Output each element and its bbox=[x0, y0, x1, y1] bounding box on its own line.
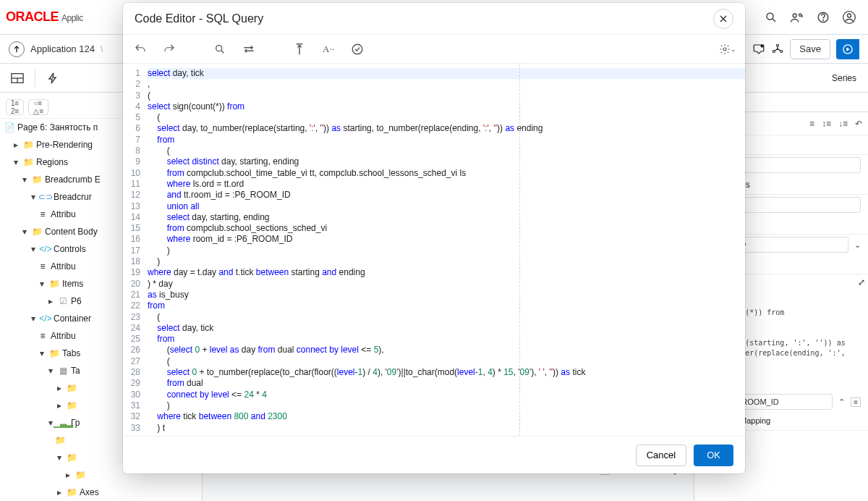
svg-point-22 bbox=[352, 44, 362, 54]
validate-icon[interactable] bbox=[349, 41, 366, 58]
help-icon[interactable] bbox=[810, 4, 836, 30]
share-icon[interactable] bbox=[771, 43, 784, 56]
format-icon[interactable]: A·· bbox=[320, 41, 337, 58]
run-button[interactable] bbox=[836, 39, 859, 59]
svg-point-10 bbox=[777, 44, 779, 46]
dynamic-actions-icon[interactable] bbox=[41, 67, 64, 90]
svg-line-20 bbox=[221, 51, 224, 53]
svg-point-19 bbox=[216, 45, 222, 51]
svg-point-5 bbox=[823, 20, 824, 20]
svg-point-7 bbox=[848, 14, 851, 17]
up-nav-icon[interactable] bbox=[9, 41, 25, 57]
list-button[interactable]: ≡ bbox=[851, 397, 861, 407]
tree-axes[interactable]: ▸📁Axes bbox=[0, 484, 202, 501]
ok-button[interactable]: OK bbox=[694, 445, 733, 466]
svg-point-2 bbox=[793, 14, 796, 17]
breadcrumb: Application 124 bbox=[30, 43, 95, 54]
redo-icon[interactable] bbox=[161, 41, 178, 58]
svg-point-0 bbox=[767, 13, 773, 20]
autocomplete-icon[interactable] bbox=[291, 41, 308, 58]
code-editor-modal: Code Editor - SQL Query A·· ⌄ 1234567891… bbox=[123, 3, 745, 473]
user-group-icon[interactable] bbox=[784, 4, 810, 30]
oracle-logo: ORACLEApplic bbox=[6, 9, 83, 25]
expand-icon[interactable]: ⤢ bbox=[855, 274, 868, 392]
svg-text:+: + bbox=[762, 44, 764, 48]
svg-point-12 bbox=[780, 50, 783, 52]
modal-title: Code Editor - SQL Query bbox=[135, 12, 263, 25]
align3-icon[interactable]: ↓≡ bbox=[838, 119, 848, 129]
svg-point-23 bbox=[723, 48, 726, 51]
undo-icon[interactable] bbox=[132, 41, 149, 58]
avatar-icon[interactable] bbox=[836, 4, 862, 30]
svg-point-11 bbox=[773, 50, 775, 52]
close-icon[interactable] bbox=[713, 9, 733, 29]
tree-tool-1[interactable]: 1≡2≡ bbox=[6, 99, 24, 115]
chat-icon[interactable]: + bbox=[752, 43, 765, 56]
svg-line-1 bbox=[773, 19, 775, 22]
align-icon[interactable]: ≡ bbox=[809, 119, 814, 129]
save-button[interactable]: Save bbox=[790, 39, 830, 59]
svg-point-3 bbox=[799, 14, 801, 16]
code-editor[interactable]: 1234567891011121314151617181920212223242… bbox=[123, 64, 745, 436]
chevron-down-icon[interactable]: ⌄ bbox=[854, 240, 861, 250]
undo-icon[interactable]: ↶ bbox=[855, 119, 862, 129]
chevron-up-icon[interactable]: ⌃ bbox=[838, 397, 845, 407]
search-icon[interactable] bbox=[758, 4, 784, 30]
settings-icon[interactable]: ⌄ bbox=[719, 41, 736, 58]
panel-title: Series bbox=[832, 73, 856, 83]
tree-tool-2[interactable]: ○≡△≡ bbox=[28, 99, 48, 115]
find-icon[interactable] bbox=[211, 41, 229, 58]
align2-icon[interactable]: ↕≡ bbox=[822, 119, 831, 129]
cancel-button[interactable]: Cancel bbox=[636, 445, 686, 466]
swap-icon[interactable] bbox=[240, 41, 258, 58]
layout-icon[interactable] bbox=[6, 67, 29, 90]
